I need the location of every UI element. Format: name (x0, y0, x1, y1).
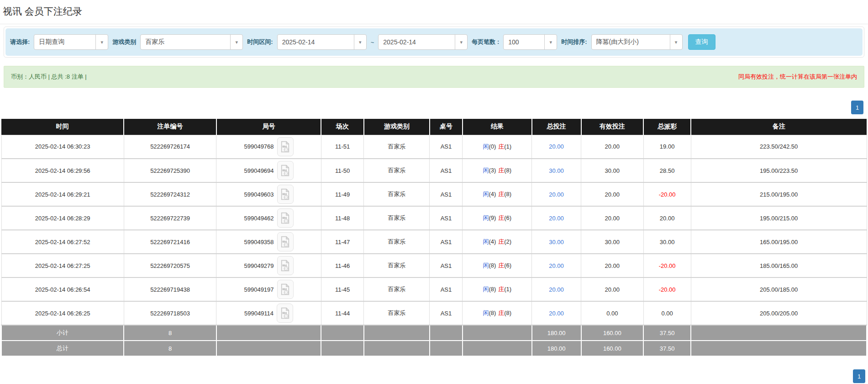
date-to-select[interactable]: 2025-02-14 ▾ (378, 34, 468, 50)
column-header: 场次 (321, 119, 364, 135)
total-bet-link[interactable]: 20.00 (549, 286, 564, 293)
remark-cell: 223.50/242.50 (691, 135, 867, 159)
total-bet-cell: 20.00 (532, 301, 581, 325)
bet-id-cell: 522269719438 (124, 277, 216, 301)
chevron-down-icon: ▾ (230, 35, 242, 49)
payout-cell: 30.00 (643, 230, 691, 254)
time-sort-label: 时间排序: (561, 38, 587, 46)
video-replay-button[interactable] (277, 232, 294, 251)
table-row: 2025-02-14 06:27:52 522269721416 5990493… (1, 230, 867, 254)
video-replay-button[interactable] (277, 256, 294, 275)
game-type-value: 百家乐 (141, 38, 230, 46)
chevron-down-icon: ▾ (670, 35, 682, 49)
total-bet-link[interactable]: 20.00 (549, 262, 564, 269)
total-bet-link[interactable]: 20.00 (549, 191, 564, 198)
player-result-score: (8) (489, 286, 496, 293)
valid-bet-cell: 30.00 (581, 159, 643, 182)
round-id-value: 599049768 (244, 143, 274, 150)
valid-bet-cell: 30.00 (581, 230, 643, 254)
game-type-label: 游戏类别 (112, 38, 136, 46)
page-size-select[interactable]: 100 ▾ (503, 34, 557, 50)
banker-result-score: (8) (504, 309, 511, 316)
time-cell: 2025-02-14 06:29:21 (1, 182, 124, 206)
total-bet-cell: 20.00 (532, 254, 581, 277)
bet-id-cell: 522269725390 (124, 159, 216, 182)
video-file-icon (280, 141, 290, 153)
time-cell: 2025-02-14 06:27:25 (1, 254, 124, 277)
column-header: 注单编号 (124, 119, 216, 135)
table-header-row: 时间注单编号局号场次游戏类别桌号结果总投注有效投注总派彩备注 (1, 119, 867, 135)
page-1-button[interactable]: 1 (853, 369, 865, 383)
video-replay-button[interactable] (277, 208, 294, 228)
payout-cell: 0.00 (643, 301, 691, 325)
banker-result-label: 庄 (498, 214, 504, 221)
payout-cell: -20.00 (643, 182, 691, 206)
column-header: 时间 (1, 119, 124, 135)
valid-bet-cell: 20.00 (581, 277, 643, 301)
game-type-cell: 百家乐 (364, 230, 430, 254)
player-result-label: 闲 (483, 191, 489, 197)
filter-bar: 请选择: 日期查询 ▾ 游戏类别 百家乐 ▾ 时间区间: 2025-02-14 … (5, 28, 863, 56)
filter-panel: 请选择: 日期查询 ▾ 游戏类别 百家乐 ▾ 时间区间: 2025-02-14 … (4, 27, 864, 58)
video-file-icon (280, 188, 290, 200)
page-size-label: 每页笔数 : (472, 38, 499, 46)
player-result-label: 闲 (483, 143, 489, 150)
video-replay-button[interactable] (277, 185, 294, 204)
valid-bet-cell: 20.00 (581, 254, 643, 277)
video-replay-button[interactable] (277, 137, 294, 156)
player-result-score: (4) (489, 238, 496, 245)
game-type-cell: 百家乐 (364, 301, 430, 325)
search-button[interactable]: 查询 (688, 34, 715, 50)
banker-result-score: (8) (504, 191, 511, 197)
query-type-value: 日期查询 (34, 38, 95, 46)
total-bet-link[interactable]: 20.00 (549, 143, 564, 150)
round-id-cell: 599049462 (216, 206, 321, 230)
column-header: 备注 (691, 119, 867, 135)
total-bet-link[interactable]: 20.00 (549, 310, 564, 317)
remark-cell: 165.00/195.00 (691, 230, 867, 254)
query-type-select[interactable]: 日期查询 ▾ (34, 34, 108, 50)
column-header: 结果 (463, 119, 532, 135)
total-bet-cell: 20.00 (532, 206, 581, 230)
total-bet-link[interactable]: 30.00 (549, 239, 564, 245)
total-bet-link[interactable]: 30.00 (549, 167, 564, 174)
table-no-cell: AS1 (430, 159, 463, 182)
summary-count-cell: 8 (124, 341, 216, 356)
chevron-down-icon: ▾ (544, 35, 557, 49)
banker-result-label: 庄 (498, 262, 504, 269)
video-file-icon (280, 260, 290, 272)
bet-id-cell: 522269722739 (124, 206, 216, 230)
time-sort-select[interactable]: 降冪(由大到小) ▾ (591, 34, 683, 50)
video-file-icon (280, 307, 290, 319)
summary-count-cell: 8 (124, 325, 216, 341)
player-result-label: 闲 (483, 214, 489, 221)
bet-id-cell: 522269724312 (124, 182, 216, 206)
game-type-select[interactable]: 百家乐 ▾ (140, 34, 243, 50)
player-result-score: (8) (489, 262, 496, 269)
video-file-icon (280, 283, 290, 295)
date-range-label: 时间区间: (247, 38, 273, 46)
date-from-select[interactable]: 2025-02-14 ▾ (277, 34, 367, 50)
player-result-score: (3) (489, 167, 496, 174)
bet-id-cell: 522269726174 (124, 135, 216, 159)
player-result-label: 闲 (483, 238, 489, 245)
result-cell: 闲(8)庄(8) (463, 301, 532, 325)
time-cell: 2025-02-14 06:26:54 (1, 277, 124, 301)
player-result-score: (4) (489, 191, 496, 197)
valid-bet-cell: 0.00 (581, 301, 643, 325)
payout-cell: 20.00 (643, 206, 691, 230)
round-id-value: 599049462 (244, 215, 274, 222)
video-replay-button[interactable] (277, 280, 294, 299)
result-cell: 闲(4)庄(8) (463, 182, 532, 206)
remark-cell: 185.00/165.00 (691, 254, 867, 277)
remark-cell: 205.00/205.00 (691, 301, 867, 325)
table-row: 2025-02-14 06:29:21 522269724312 5990496… (1, 182, 867, 206)
video-replay-button[interactable] (277, 304, 293, 323)
time-cell: 2025-02-14 06:28:29 (1, 206, 124, 230)
page-1-button[interactable]: 1 (851, 101, 863, 114)
total-bet-link[interactable]: 20.00 (549, 215, 564, 222)
banker-result-label: 庄 (498, 191, 504, 197)
round-id-cell: 599049768 (216, 135, 321, 159)
summary-payout-cell: 37.50 (643, 341, 691, 356)
video-replay-button[interactable] (277, 161, 294, 180)
